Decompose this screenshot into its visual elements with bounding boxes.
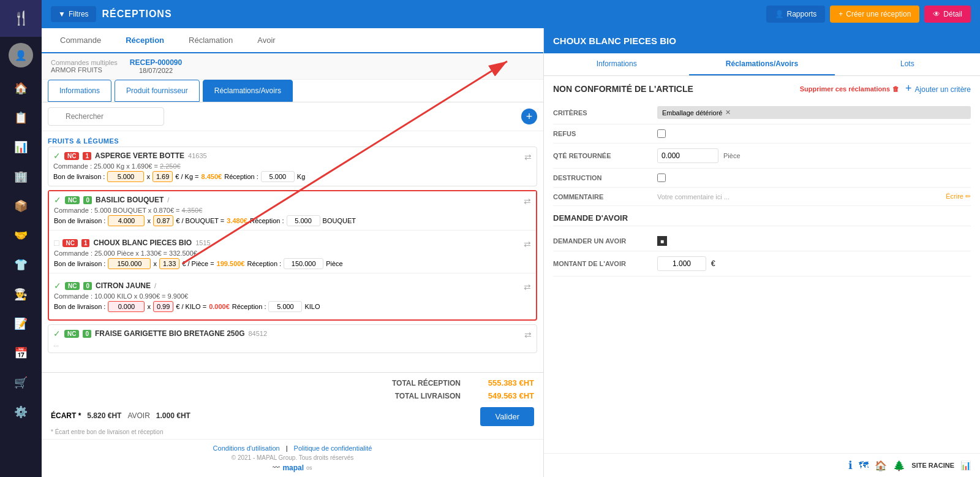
product-item-basilic: ✓ NC 0 BASILIC BOUQUET / Commande : 5.00… [49, 191, 536, 231]
qty-reception-p2[interactable] [287, 215, 320, 226]
filter-button[interactable]: ▼ Filtres [51, 6, 96, 22]
main-tabs: Commande Réception Réclamation Avoir [42, 28, 543, 53]
create-reception-button[interactable]: + Créer une réception [830, 6, 919, 23]
refus-checkbox[interactable] [657, 129, 666, 138]
sidebar-item-structure[interactable]: 🏢 [7, 163, 34, 190]
mapal-logo: 〰 mapal os [273, 464, 312, 472]
create-label: Créer une réception [846, 10, 911, 18]
logo-icon: 🍴 [13, 10, 29, 26]
right-tab-lots[interactable]: Lots [835, 53, 980, 75]
qty-livraison-p1[interactable] [107, 171, 144, 182]
totals-section: TOTAL RÉCEPTION 555.383 €HT TOTAL LIVRAI… [42, 372, 543, 439]
search-wrapper: 🔍 [48, 107, 516, 126]
qty-livraison-p3[interactable] [108, 258, 151, 269]
sidebar-item-recipes[interactable]: 📝 [7, 310, 34, 337]
destruction-checkbox[interactable] [657, 174, 666, 182]
sync-icon-p1[interactable]: ⇄ [524, 152, 532, 162]
right-content: NON CONFORMITÉ DE L'ARTICLE Supprimer ce… [544, 76, 980, 453]
tab-reclamation[interactable]: Réclamation [176, 28, 245, 53]
reports-label: Rapports [787, 10, 817, 18]
politique-link[interactable]: Politique de confidentialité [294, 445, 372, 452]
delete-reclamations-button[interactable]: Supprimer ces réclamations 🗑 [800, 85, 899, 93]
user-avatar[interactable]: 👤 [9, 43, 33, 67]
nc-num-p2: 0 [83, 196, 92, 204]
sidebar-item-purchases[interactable]: 🛒 [7, 369, 34, 396]
sidebar-item-uniforms[interactable]: 👕 [7, 251, 34, 278]
add-criteria-button[interactable]: + Ajouter un critère [905, 82, 971, 95]
right-tabs: Informations Réclamations/Avoirs Lots [544, 53, 980, 76]
total-reception-label: TOTAL RÉCEPTION [392, 379, 461, 387]
criteria-close-button[interactable]: ✕ [725, 109, 731, 116]
sub-tab-produit-fournisseur[interactable]: Produit fournisseur [115, 80, 200, 102]
unit-price-p4: 0.99 [153, 301, 173, 312]
qte-unit: Pièce [723, 152, 741, 159]
reports-button[interactable]: 👤 Rapports [766, 6, 826, 23]
sync-icon-p3[interactable]: ⇄ [524, 239, 531, 249]
tree-icon[interactable]: 🌲 [893, 460, 905, 471]
tab-avoir[interactable]: Avoir [245, 28, 287, 53]
sidebar-item-stats[interactable]: 📊 [7, 134, 34, 161]
tab-reception[interactable]: Réception [113, 28, 176, 53]
detail-button[interactable]: 👁 Détail [924, 6, 971, 23]
product-commande-p5: ... [53, 340, 532, 348]
qty-reception-p1[interactable] [261, 171, 295, 182]
info-icon[interactable]: ℹ [848, 459, 853, 472]
right-tab-informations[interactable]: Informations [544, 53, 689, 75]
sub-tab-reclamations[interactable]: Réclamations/Avoirs [203, 80, 293, 102]
app-logo: 🍴 [0, 0, 42, 37]
sidebar-item-settings[interactable]: ⚙️ [7, 399, 34, 425]
sidebar-item-planning[interactable]: 📅 [7, 340, 34, 367]
sync-icon-p5[interactable]: ⇄ [524, 330, 532, 340]
product-list: FRUITS & LÉGUMES ✓ NC 1 ASPERGE VERTE BO… [42, 131, 543, 372]
sidebar-item-suppliers[interactable]: 🤝 [7, 222, 34, 249]
qty-reception-p4[interactable] [268, 301, 302, 312]
left-footer: Conditions d'utilisation | Politique de … [42, 439, 543, 477]
avoir-label: AVOIR [127, 411, 149, 420]
sidebar-item-inventory[interactable]: 📦 [7, 193, 34, 219]
home-icon-footer[interactable]: 🏠 [875, 460, 887, 471]
product-name-p4: CITRON JAUNE [96, 281, 151, 290]
trash-icon: 🗑 [892, 85, 899, 93]
sub-tab-informations[interactable]: Informations [48, 80, 111, 102]
unit-price-p3: 1.33 [159, 258, 179, 269]
demander-avoir-checkbox[interactable]: ■ [657, 236, 667, 246]
nc-num-p5: 0 [83, 330, 91, 338]
nc-num-p1: 1 [83, 152, 91, 160]
nc-badge-p5: NC [64, 330, 79, 338]
montant-avoir-input[interactable] [657, 256, 706, 271]
conditions-link[interactable]: Conditions d'utilisation [213, 445, 280, 452]
add-product-button[interactable]: + [521, 109, 537, 124]
qty-livraison-p4[interactable] [108, 301, 145, 312]
main-content: ▼ Filtres RÉCEPTIONS 👤 Rapports + Créer … [42, 0, 980, 477]
sidebar-item-home[interactable]: 🏠 [7, 75, 34, 102]
sync-icon-p2[interactable]: ⇄ [524, 196, 531, 206]
destruction-row: DESTRUCTION [553, 169, 971, 188]
delivery-row-p3: Bon de livraison : x 1.33 € / Pièce = 19… [54, 258, 531, 269]
commandes-multiples-link[interactable]: Commandes multiples ARMOR FRUITS [51, 59, 118, 74]
tab-commande[interactable]: Commande [48, 28, 113, 53]
qty-livraison-p2[interactable] [108, 215, 145, 226]
top-header: ▼ Filtres RÉCEPTIONS 👤 Rapports + Créer … [42, 0, 980, 28]
sync-icon-p4[interactable]: ⇄ [524, 282, 531, 292]
search-input[interactable] [48, 107, 164, 126]
qty-reception-p3[interactable] [284, 258, 323, 269]
reports-icon: 👤 [775, 10, 784, 18]
write-button[interactable]: Écrire ✏ [946, 193, 971, 200]
refus-label: REFUS [553, 130, 651, 137]
total-reception-value: 555.383 €HT [473, 378, 534, 387]
filter-label: Filtres [69, 10, 89, 18]
product-name-p5: FRAISE GARIGETTE BIO BRETAGNE 250G [95, 329, 244, 338]
valider-button[interactable]: Valider [480, 407, 534, 426]
right-tab-reclamations[interactable]: Réclamations/Avoirs [689, 53, 834, 75]
demander-avoir-label: DEMANDER UN AVOIR [553, 237, 651, 245]
product-commande-p2: Commande : 5.000 BOUQUET x 0.870€ = 4.35… [54, 207, 531, 214]
qte-retournee-input[interactable] [657, 148, 718, 163]
chart-icon[interactable]: 📊 [960, 460, 971, 470]
sidebar-item-orders[interactable]: 📋 [7, 104, 34, 131]
red-border-section: ✓ NC 0 BASILIC BOUQUET / Commande : 5.00… [48, 190, 537, 321]
add-criteria-label: Ajouter un critère [915, 85, 971, 94]
map-icon[interactable]: 🗺 [859, 460, 869, 471]
product-code-p2: / [167, 196, 169, 204]
sidebar-item-staff[interactable]: 👨‍🍳 [7, 281, 34, 308]
delivery-row-p1: Bon de livraison : x 1.69 € / Kg = 8.450… [53, 171, 532, 182]
